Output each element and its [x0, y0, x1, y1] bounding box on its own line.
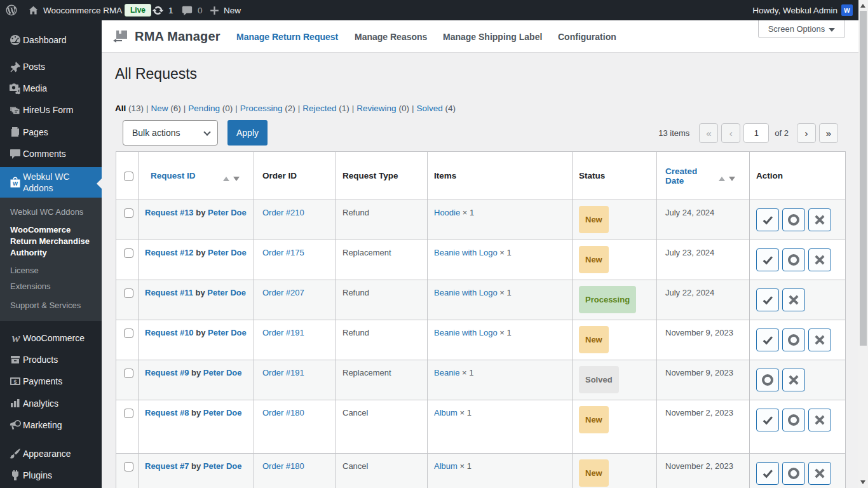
svg-text:$: $	[13, 379, 17, 385]
svg-text:W: W	[13, 180, 18, 187]
svg-text:w: w	[12, 332, 20, 344]
